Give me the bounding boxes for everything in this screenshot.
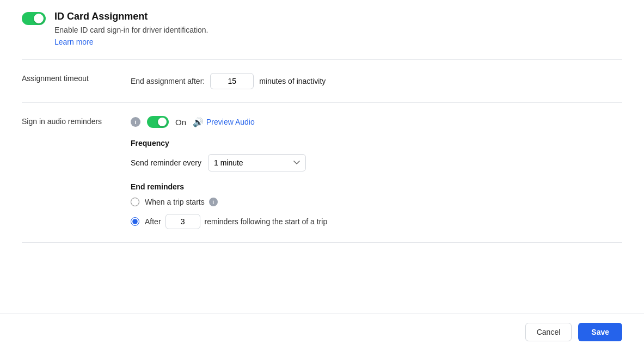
learn-more-link[interactable]: Learn more	[54, 38, 94, 46]
id-card-toggle-wrapper	[22, 12, 46, 27]
timeout-inline-row: End assignment after: minutes of inactiv…	[131, 73, 622, 89]
sign-in-audio-content: i On 🔊 Preview Audio Frequency Send remi…	[131, 116, 622, 229]
radio-after-reminders[interactable]	[131, 217, 139, 226]
frequency-title: Frequency	[131, 139, 622, 148]
radio-when-trip-starts[interactable]	[131, 198, 139, 206]
radio-trip-starts-label[interactable]: When a trip starts i	[145, 198, 218, 206]
frequency-section: Frequency Send reminder every 1 minute 2…	[131, 139, 622, 171]
audio-info-icon[interactable]: i	[131, 117, 140, 127]
sign-in-audio-label: Sign in audio reminders	[22, 116, 131, 126]
end-assignment-label: End assignment after:	[131, 77, 205, 85]
on-label: On	[175, 118, 186, 127]
page-title: ID Card Assignment	[54, 11, 208, 22]
after-reminders-number-input[interactable]	[165, 214, 200, 229]
cancel-button[interactable]: Cancel	[525, 323, 572, 341]
minutes-suffix: minutes of inactivity	[259, 77, 326, 85]
trip-starts-info-icon[interactable]: i	[209, 198, 218, 206]
trip-starts-text: When a trip starts	[145, 198, 205, 206]
after-reminders-suffix: reminders following the start of a trip	[205, 217, 328, 226]
footer: Cancel Save	[0, 314, 644, 350]
speaker-icon: 🔊	[193, 117, 204, 127]
after-text: After	[145, 217, 161, 226]
header-section: ID Card Assignment Enable ID card sign-i…	[22, 11, 622, 59]
assignment-timeout-label: Assignment timeout	[22, 73, 131, 83]
end-reminders-title: End reminders	[131, 182, 622, 191]
minutes-input[interactable]	[210, 73, 254, 89]
audio-toggle[interactable]	[147, 116, 169, 128]
preview-audio-button[interactable]: 🔊 Preview Audio	[193, 117, 255, 127]
end-reminders-radio-group: When a trip starts i After reminders fol…	[131, 198, 622, 229]
radio-after-reminders-label[interactable]: After reminders following the start of a…	[145, 214, 327, 229]
frequency-select[interactable]: 1 minute 2 minutes 5 minutes 10 minutes	[208, 154, 306, 171]
audio-top-row: i On 🔊 Preview Audio	[131, 116, 622, 128]
save-button[interactable]: Save	[578, 323, 622, 341]
sign-in-audio-row: Sign in audio reminders i On 🔊 Preview A…	[22, 103, 622, 243]
radio-item-trip-starts: When a trip starts i	[131, 198, 622, 206]
send-reminder-label: Send reminder every	[131, 158, 201, 167]
radio-item-after-reminders: After reminders following the start of a…	[131, 214, 622, 229]
header-content: ID Card Assignment Enable ID card sign-i…	[54, 11, 208, 46]
header-description: Enable ID card sign-in for driver identi…	[54, 26, 208, 34]
settings-page: ID Card Assignment Enable ID card sign-i…	[0, 0, 644, 350]
assignment-timeout-content: End assignment after: minutes of inactiv…	[131, 73, 622, 89]
end-reminders-section: End reminders When a trip starts i	[131, 182, 622, 229]
assignment-timeout-row: Assignment timeout End assignment after:…	[22, 60, 622, 103]
id-card-toggle[interactable]	[22, 12, 46, 25]
frequency-row: Send reminder every 1 minute 2 minutes 5…	[131, 154, 622, 171]
